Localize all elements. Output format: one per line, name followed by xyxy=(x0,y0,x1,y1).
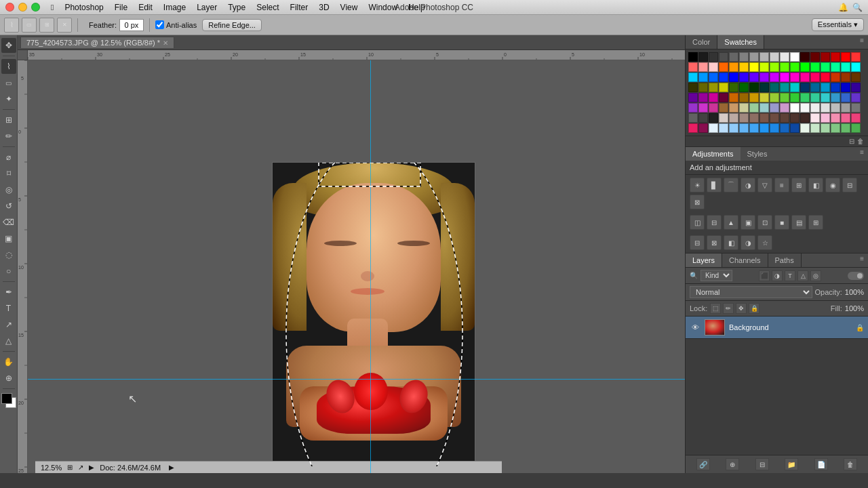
swatch-3-0[interactable] xyxy=(688,83,698,92)
swatch-6-4[interactable] xyxy=(729,113,738,123)
swatch-1-6[interactable] xyxy=(749,62,759,72)
layer-background[interactable]: 👁 Background 🔒 xyxy=(686,317,868,339)
feather-input[interactable] xyxy=(119,19,144,31)
swatch-7-13[interactable] xyxy=(821,123,830,133)
swatch-7-5[interactable] xyxy=(739,123,749,133)
brush-tool[interactable]: ⌑ xyxy=(1,166,16,181)
shape-tool[interactable]: △ xyxy=(1,333,16,348)
close-button[interactable] xyxy=(5,3,14,12)
adj-extra5[interactable]: ☆ xyxy=(757,235,772,250)
swatch-4-7[interactable] xyxy=(760,93,769,102)
swatch-1-16[interactable] xyxy=(851,62,861,72)
swatch-2-14[interactable] xyxy=(831,73,840,82)
swatch-5-9[interactable] xyxy=(780,103,789,113)
swatch-2-16[interactable] xyxy=(851,73,861,82)
filter-adjust-icon[interactable]: ◑ xyxy=(772,270,783,281)
apple-menu[interactable]:  xyxy=(45,0,59,15)
gradient-tool[interactable]: ▣ xyxy=(1,231,16,246)
swatch-7-4[interactable] xyxy=(729,123,738,133)
swatch-2-5[interactable] xyxy=(739,73,749,82)
doc-tab-close[interactable]: ✕ xyxy=(163,39,168,47)
zoom-tool[interactable]: ⊕ xyxy=(1,371,16,386)
crop-tool[interactable]: ⊞ xyxy=(1,113,16,127)
swatch-1-1[interactable] xyxy=(698,62,708,72)
path-tool[interactable]: ↗ xyxy=(1,317,16,332)
type-tool[interactable]: T xyxy=(1,301,16,316)
swatch-2-8[interactable] xyxy=(770,73,779,82)
tab-channels[interactable]: Channels xyxy=(722,253,768,267)
menu-layer[interactable]: Layer xyxy=(191,0,222,15)
swatch-6-2[interactable] xyxy=(709,113,718,123)
swatch-3-2[interactable] xyxy=(709,83,718,92)
swatch-5-15[interactable] xyxy=(841,103,850,113)
tab-layers[interactable]: Layers xyxy=(686,253,722,267)
adj-levels[interactable]: ▊ xyxy=(707,178,722,192)
swatch-0-11[interactable] xyxy=(800,52,810,62)
swatch-6-11[interactable] xyxy=(800,113,810,123)
swatch-2-3[interactable] xyxy=(719,73,728,82)
swatch-2-6[interactable] xyxy=(749,73,759,82)
swatch-6-13[interactable] xyxy=(821,113,830,123)
swatch-3-13[interactable] xyxy=(821,83,830,92)
swatch-2-12[interactable] xyxy=(810,73,820,82)
tool-option2[interactable]: ⊞ xyxy=(39,18,54,33)
swatch-0-1[interactable] xyxy=(698,52,708,62)
swatch-2-9[interactable] xyxy=(780,73,789,82)
swatch-5-2[interactable] xyxy=(709,103,718,113)
swatch-1-12[interactable] xyxy=(810,62,820,72)
swatch-2-13[interactable] xyxy=(821,73,830,82)
swatch-0-5[interactable] xyxy=(739,52,749,62)
swatch-3-10[interactable] xyxy=(790,83,800,92)
swatch-7-12[interactable] xyxy=(810,123,820,133)
adj-pattern[interactable]: ⊞ xyxy=(808,215,823,230)
swatch-0-12[interactable] xyxy=(810,52,820,62)
menu-type[interactable]: Type xyxy=(222,0,251,15)
swatch-4-12[interactable] xyxy=(810,93,820,102)
swatch-1-0[interactable] xyxy=(688,62,698,72)
filter-shape-icon[interactable]: △ xyxy=(797,270,808,281)
add-mask-icon[interactable]: ⊟ xyxy=(755,458,769,470)
swatch-4-11[interactable] xyxy=(800,93,810,102)
swatch-0-7[interactable] xyxy=(760,52,769,62)
menu-view[interactable]: View xyxy=(335,0,363,15)
adj-brightness[interactable]: ☀ xyxy=(690,178,705,192)
swatch-6-5[interactable] xyxy=(739,113,749,123)
swatch-5-5[interactable] xyxy=(739,103,749,113)
magic-wand-tool[interactable]: ✦ xyxy=(1,92,16,106)
swatch-4-13[interactable] xyxy=(821,93,830,102)
swatch-4-15[interactable] xyxy=(841,93,850,102)
swatch-3-4[interactable] xyxy=(729,83,738,92)
fill-value[interactable]: 100% xyxy=(845,304,864,312)
adj-photofilter[interactable]: ◉ xyxy=(825,178,840,192)
menu-3d[interactable]: 3D xyxy=(313,0,334,15)
adj-curves[interactable]: ⌒ xyxy=(724,178,738,192)
swatch-7-16[interactable] xyxy=(851,123,861,133)
swatch-0-2[interactable] xyxy=(709,52,718,62)
swatch-7-3[interactable] xyxy=(719,123,728,133)
document-tab[interactable]: 775_4204573.JPG @ 12.5% (RGB/8#) * ✕ xyxy=(20,37,174,48)
swatch-2-1[interactable] xyxy=(698,73,708,82)
swatch-1-14[interactable] xyxy=(831,62,840,72)
swatch-4-5[interactable] xyxy=(739,93,749,102)
adj-gradient[interactable]: ▤ xyxy=(791,215,806,230)
swatch-7-9[interactable] xyxy=(780,123,789,133)
tab-styles[interactable]: Styles xyxy=(741,147,774,161)
eraser-tool[interactable]: ⌫ xyxy=(1,215,16,230)
swatch-4-9[interactable] xyxy=(780,93,789,102)
status-icon2[interactable]: ↗ xyxy=(78,464,83,471)
swatch-4-4[interactable] xyxy=(729,93,738,102)
adj-colorbalance[interactable]: ⊞ xyxy=(791,178,806,192)
menu-filter[interactable]: Filter xyxy=(285,0,314,15)
swatch-3-7[interactable] xyxy=(760,83,769,92)
menu-photoshop[interactable]: Photoshop xyxy=(59,0,108,15)
swatch-5-4[interactable] xyxy=(729,103,738,113)
swatch-6-0[interactable] xyxy=(688,113,698,123)
refine-edge-button[interactable]: Refine Edge... xyxy=(202,19,262,31)
swatch-3-11[interactable] xyxy=(800,83,810,92)
swatch-7-14[interactable] xyxy=(831,123,840,133)
swatch-7-2[interactable] xyxy=(709,123,718,133)
tab-color[interactable]: Color xyxy=(686,35,717,49)
menu-edit[interactable]: Edit xyxy=(133,0,158,15)
swatch-1-5[interactable] xyxy=(739,62,749,72)
swatch-6-14[interactable] xyxy=(831,113,840,123)
